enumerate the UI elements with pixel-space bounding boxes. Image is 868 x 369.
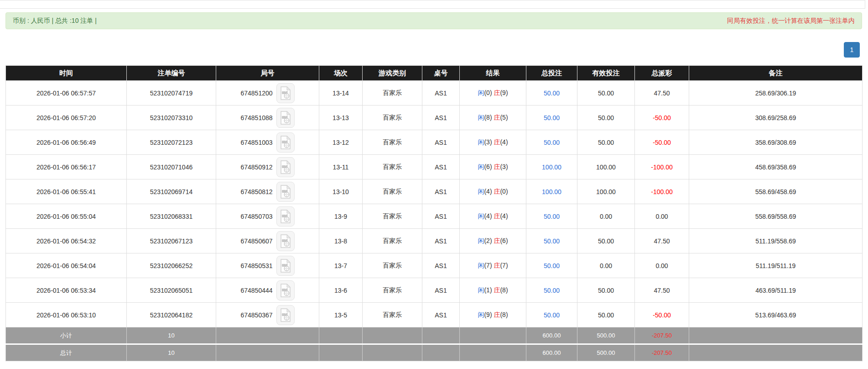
total-bet-link[interactable]: 50.00 xyxy=(544,90,560,97)
pagination-page-1-button[interactable]: 1 xyxy=(844,42,860,58)
round-id-text: 674851200 xyxy=(240,90,272,97)
cell-table-no: AS1 xyxy=(422,253,460,278)
result-banker-label: 庄 xyxy=(494,114,500,121)
subtotal-row-table xyxy=(422,327,460,344)
cell-total-bet[interactable]: 50.00 xyxy=(526,278,577,303)
result-player-points: (3) xyxy=(484,138,494,146)
cell-note: 258.69/306.19 xyxy=(689,81,863,105)
cell-total-bet[interactable]: 50.00 xyxy=(526,229,577,253)
cell-total-bet[interactable]: 50.00 xyxy=(526,253,577,278)
cell-note: 511.19/511.19 xyxy=(689,253,863,278)
bet-records-table-wrap: 时间注单编号局号场次游戏类别桌号结果总投注有效投注总派彩备注 2026-01-0… xyxy=(5,65,863,361)
subtotal-row-game xyxy=(363,327,422,344)
cell-bet-id: 523102069714 xyxy=(127,179,216,204)
cell-time: 2026-01-06 06:54:32 xyxy=(6,229,127,253)
cell-bet-id: 523102072123 xyxy=(127,130,216,155)
subtotal-row-valid-bet: 500.00 xyxy=(577,327,635,344)
cell-time: 2026-01-06 06:57:57 xyxy=(6,81,127,105)
cell-total-bet[interactable]: 50.00 xyxy=(526,81,577,105)
total-row-result xyxy=(460,344,526,361)
cell-valid-bet: 50.00 xyxy=(577,81,635,105)
total-bet-link[interactable]: 100.00 xyxy=(542,188,561,195)
cell-note: 511.19/558.69 xyxy=(689,229,863,253)
result-player-points: (6) xyxy=(484,163,494,170)
result-player-points: (2) xyxy=(484,237,494,244)
currency-summary-text: 币别 : 人民币 | 总共 :10 注单 | xyxy=(13,17,97,25)
cell-total-bet[interactable]: 100.00 xyxy=(526,155,577,179)
total-bet-link[interactable]: 50.00 xyxy=(544,213,560,220)
cell-round-id: 674850812 xyxy=(216,179,319,204)
video-file-icon[interactable] xyxy=(276,132,295,153)
column-header-5: 桌号 xyxy=(422,66,460,81)
cell-payout: -50.00 xyxy=(635,303,689,327)
column-header-10: 备注 xyxy=(689,66,863,81)
cell-total-bet[interactable]: 50.00 xyxy=(526,105,577,130)
cell-table-no: AS1 xyxy=(422,229,460,253)
total-bet-link[interactable]: 100.00 xyxy=(542,163,561,171)
result-player-points: (1) xyxy=(484,286,494,294)
cell-bet-id: 523102073310 xyxy=(127,105,216,130)
summary-banner: 币别 : 人民币 | 总共 :10 注单 | 同局有效投注，统一计算在该局第一张… xyxy=(5,12,862,29)
cell-result: 闲(1) 庄(8) xyxy=(460,278,526,303)
total-row: 总计10600.00500.00-207.50 xyxy=(6,344,863,361)
cell-note: 463.69/511.19 xyxy=(689,278,863,303)
video-file-icon[interactable] xyxy=(276,231,295,251)
column-header-1: 注单编号 xyxy=(127,66,216,81)
cell-valid-bet: 0.00 xyxy=(577,204,635,229)
bet-row-4: 2026-01-06 06:55:41523102069714674850812… xyxy=(6,179,863,204)
result-player-points: (4) xyxy=(484,212,494,220)
cell-table-no: AS1 xyxy=(422,105,460,130)
round-id-text: 674850444 xyxy=(240,287,272,294)
video-file-icon[interactable] xyxy=(276,157,295,177)
bet-records-table: 时间注单编号局号场次游戏类别桌号结果总投注有效投注总派彩备注 2026-01-0… xyxy=(5,65,863,361)
cell-note: 513.69/463.69 xyxy=(689,303,863,327)
round-id-text: 674850812 xyxy=(240,188,272,195)
cell-time: 2026-01-06 06:53:10 xyxy=(6,303,127,327)
result-player-label: 闲 xyxy=(478,262,484,269)
result-banker-label: 庄 xyxy=(494,89,500,96)
cell-result: 闲(2) 庄(6) xyxy=(460,229,526,253)
total-bet-link[interactable]: 50.00 xyxy=(544,114,560,121)
video-file-icon[interactable] xyxy=(276,280,295,300)
cell-session: 13-14 xyxy=(319,81,363,105)
cell-round-id: 674851200 xyxy=(216,81,319,105)
result-banker-label: 庄 xyxy=(494,311,500,318)
cell-round-id: 674850607 xyxy=(216,229,319,253)
cell-bet-id: 523102068331 xyxy=(127,204,216,229)
cell-payout: -100.00 xyxy=(635,179,689,204)
result-player-label: 闲 xyxy=(478,138,484,146)
total-row-note xyxy=(689,344,863,361)
result-player-label: 闲 xyxy=(478,311,484,318)
cell-total-bet[interactable]: 50.00 xyxy=(526,130,577,155)
result-player-points: (8) xyxy=(484,114,494,121)
cell-time: 2026-01-06 06:55:41 xyxy=(6,179,127,204)
bet-row-8: 2026-01-06 06:53:34523102065051674850444… xyxy=(6,278,863,303)
valid-bet-note: 同局有效投注，统一计算在该局第一张注单内 xyxy=(727,17,855,25)
cell-valid-bet: 50.00 xyxy=(577,229,635,253)
total-bet-link[interactable]: 50.00 xyxy=(544,311,560,319)
subtotal-row-payout: -207.50 xyxy=(635,327,689,344)
cell-total-bet[interactable]: 100.00 xyxy=(526,179,577,204)
cell-valid-bet: 100.00 xyxy=(577,179,635,204)
cell-payout: -100.00 xyxy=(635,155,689,179)
total-bet-link[interactable]: 50.00 xyxy=(544,262,560,269)
total-bet-link[interactable]: 50.00 xyxy=(544,139,560,146)
video-file-icon[interactable] xyxy=(276,206,295,227)
result-banker-points: (7) xyxy=(500,262,508,269)
column-header-8: 有效投注 xyxy=(577,66,635,81)
cell-result: 闲(4) 庄(4) xyxy=(460,204,526,229)
cell-total-bet[interactable]: 50.00 xyxy=(526,204,577,229)
video-file-icon[interactable] xyxy=(276,305,295,325)
total-bet-link[interactable]: 50.00 xyxy=(544,237,560,245)
cell-session: 13-7 xyxy=(319,253,363,278)
result-player-label: 闲 xyxy=(478,114,484,121)
video-file-icon[interactable] xyxy=(276,182,295,202)
result-banker-label: 庄 xyxy=(494,188,500,195)
video-file-icon[interactable] xyxy=(276,83,295,103)
video-file-icon[interactable] xyxy=(276,256,295,276)
result-banker-label: 庄 xyxy=(494,138,500,146)
total-bet-link[interactable]: 50.00 xyxy=(544,287,560,294)
total-row-game xyxy=(363,344,422,361)
cell-total-bet[interactable]: 50.00 xyxy=(526,303,577,327)
video-file-icon[interactable] xyxy=(276,108,295,128)
